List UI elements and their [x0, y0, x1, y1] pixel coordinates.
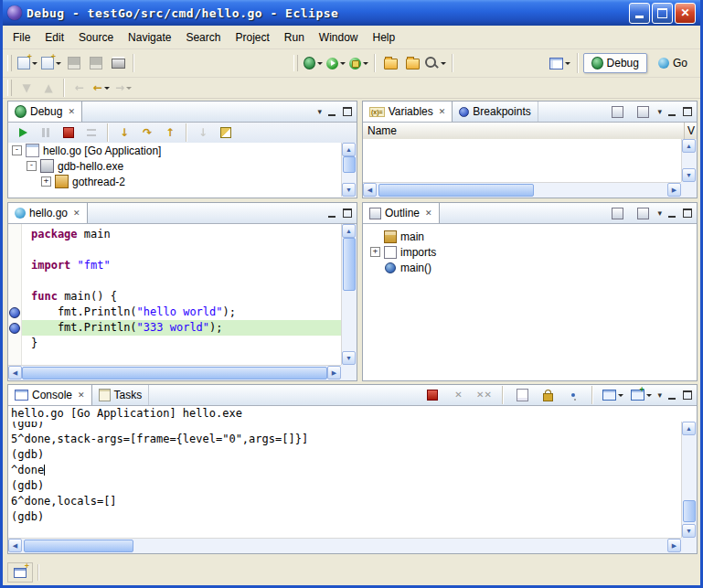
column-value[interactable]: V	[685, 123, 697, 139]
code-line[interactable]	[22, 242, 341, 258]
tab-hello-go[interactable]: hello.go ✕	[8, 203, 88, 223]
open-resource-button[interactable]	[379, 53, 401, 73]
editor-ruler-line[interactable]	[8, 305, 21, 320]
expander-icon[interactable]: -	[27, 161, 37, 171]
debug-tree-item[interactable]: +gothread-2	[8, 174, 341, 189]
code-line[interactable]: fmt.Println("hello world");	[22, 305, 341, 320]
close-icon[interactable]: ✕	[425, 208, 432, 218]
scroll-up-button[interactable]: ▲	[682, 139, 696, 153]
tab-breakpoints[interactable]: Breakpoints	[453, 102, 538, 122]
print-button[interactable]	[107, 53, 129, 73]
console-text-area[interactable]: (gdb)5^done,stack-args=[frame={level="0"…	[8, 422, 681, 538]
minimize-view-button[interactable]	[666, 390, 677, 401]
prev-annotation-button[interactable]: ▲	[37, 78, 59, 98]
scroll-thumb[interactable]	[343, 156, 356, 173]
minimize-button[interactable]	[629, 3, 650, 24]
use-step-filters-button[interactable]	[215, 123, 237, 143]
view-menu-icon[interactable]: ▾	[657, 108, 662, 116]
dropdown-arrow-icon[interactable]	[363, 62, 368, 65]
outline-list[interactable]: main+importsmain()	[363, 224, 697, 380]
code-line[interactable]: func main() {	[22, 289, 341, 305]
menu-item-file[interactable]: File	[5, 28, 37, 47]
maximize-view-button[interactable]	[341, 106, 353, 118]
perspective-debug-button[interactable]: Debug	[583, 53, 647, 73]
search-button[interactable]	[423, 53, 448, 73]
clear-console-button[interactable]	[511, 385, 533, 405]
menu-item-run[interactable]: Run	[277, 28, 312, 47]
minimize-view-button[interactable]	[666, 208, 677, 219]
expander-icon[interactable]: +	[41, 176, 51, 187]
variables-horizontal-scrollbar[interactable]: ◀ ▶	[363, 182, 681, 198]
tab-variables[interactable]: (x)= Variables ✕	[363, 102, 453, 122]
perspective-go-button[interactable]: Go	[650, 53, 696, 73]
sort-button[interactable]	[606, 203, 628, 223]
toolbar-handle[interactable]	[7, 80, 12, 96]
scroll-down-button[interactable]: ▼	[342, 183, 356, 197]
menu-item-search[interactable]: Search	[178, 28, 228, 47]
hide-fields-button[interactable]	[632, 203, 654, 223]
pin-console-button[interactable]	[562, 385, 584, 405]
menu-item-project[interactable]: Project	[228, 28, 276, 47]
breakpoint-icon[interactable]	[9, 307, 20, 318]
close-icon[interactable]: ✕	[73, 208, 80, 218]
editor-ruler-line[interactable]	[8, 258, 21, 273]
fast-view-button[interactable]	[7, 562, 33, 583]
code-line[interactable]: fmt.Println("333 world");	[22, 320, 341, 336]
scroll-thumb[interactable]	[378, 184, 534, 197]
scroll-track[interactable]	[377, 183, 667, 198]
editor-ruler-line[interactable]	[8, 289, 21, 305]
variables-content[interactable]	[363, 139, 681, 182]
view-menu-icon[interactable]: ▾	[317, 108, 322, 116]
new-go-element-button[interactable]	[39, 53, 63, 73]
dropdown-arrow-icon[interactable]	[441, 62, 446, 65]
editor-horizontal-scrollbar[interactable]: ◀ ▶	[8, 365, 341, 380]
menu-item-navigate[interactable]: Navigate	[121, 28, 178, 47]
scroll-right-button[interactable]: ▶	[667, 539, 681, 552]
outline-item[interactable]: +imports	[370, 244, 697, 260]
scroll-down-button[interactable]: ▼	[682, 168, 696, 182]
scroll-thumb[interactable]	[683, 500, 696, 522]
menu-item-help[interactable]: Help	[366, 28, 403, 47]
close-icon[interactable]: ✕	[78, 390, 85, 400]
scroll-thumb[interactable]	[343, 238, 356, 291]
debug-history-button[interactable]	[302, 53, 325, 73]
console-vertical-scrollbar[interactable]: ▲ ▼	[681, 422, 697, 538]
scroll-up-button[interactable]: ▲	[682, 422, 696, 435]
code-line[interactable]	[22, 273, 341, 289]
run-history-button[interactable]	[325, 53, 347, 73]
terminate-button[interactable]	[421, 385, 443, 405]
debug-vertical-scrollbar[interactable]: ▲ ▼	[341, 143, 357, 197]
expander-icon[interactable]: -	[12, 145, 22, 155]
collapse-all-button[interactable]	[632, 102, 654, 122]
step-return-button[interactable]: ↑	[159, 123, 181, 143]
code-line[interactable]: }	[22, 336, 341, 351]
open-console-button[interactable]	[629, 385, 654, 405]
scroll-left-button[interactable]: ◀	[8, 539, 22, 552]
maximize-view-button[interactable]	[681, 208, 693, 219]
dropdown-arrow-icon[interactable]	[32, 62, 37, 65]
step-over-button[interactable]: ↷	[136, 123, 158, 143]
editor-ruler-line[interactable]	[8, 242, 21, 258]
maximize-view-button[interactable]	[681, 106, 693, 118]
debug-tree-item[interactable]: -gdb-hello.exe	[8, 158, 341, 174]
menu-item-edit[interactable]: Edit	[37, 28, 71, 47]
scroll-left-button[interactable]: ◀	[363, 183, 377, 197]
scroll-track[interactable]	[22, 366, 327, 380]
debug-tree[interactable]: -hello.go [Go Application]-gdb-hello.exe…	[8, 143, 341, 197]
expander-icon[interactable]	[370, 262, 380, 273]
editor-ruler-line[interactable]	[8, 227, 21, 242]
dropdown-arrow-icon[interactable]	[56, 62, 61, 65]
remove-launch-button[interactable]: ✕	[447, 385, 469, 405]
outline-item[interactable]: main()	[370, 260, 697, 275]
show-type-names-button[interactable]	[606, 102, 628, 122]
minimize-view-button[interactable]	[325, 106, 337, 118]
scroll-thumb[interactable]	[24, 540, 133, 552]
toolbar-handle[interactable]	[293, 55, 298, 71]
editor-ruler[interactable]	[8, 224, 22, 365]
view-menu-icon[interactable]: ▾	[657, 209, 662, 218]
scroll-lock-button[interactable]	[537, 385, 559, 405]
scroll-track[interactable]	[682, 153, 697, 168]
scroll-track[interactable]	[22, 539, 667, 553]
minimize-view-button[interactable]	[666, 106, 677, 118]
breakpoint-icon[interactable]	[9, 323, 20, 334]
